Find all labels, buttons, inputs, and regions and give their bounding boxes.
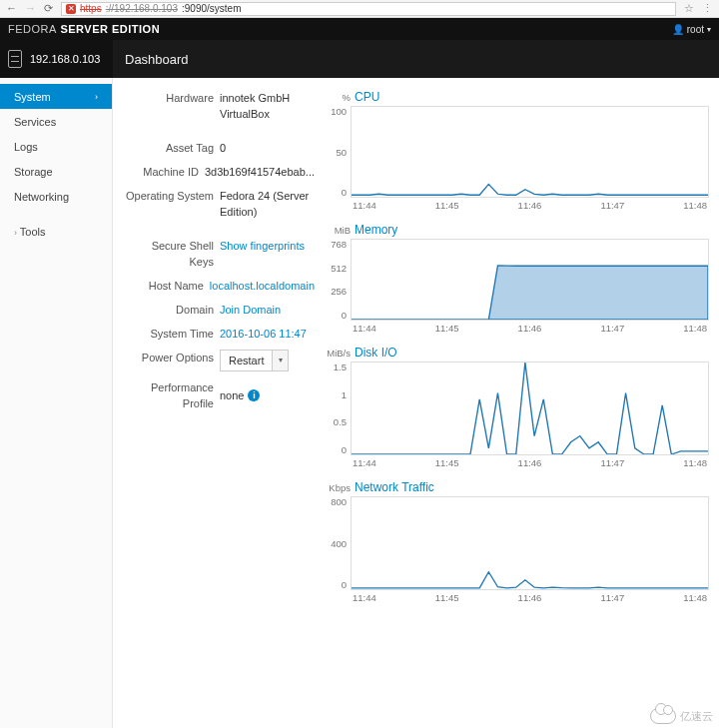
label-domain: Domain [125, 302, 220, 318]
browser-toolbar: ← → ⟳ ✕ https ://192.168.0.103 :9090/sys… [0, 0, 719, 18]
x-axis: 11:4411:4511:4611:4711:48 [351, 457, 709, 468]
brand-server: SERVER EDITION [60, 23, 160, 35]
chart-network-traffic: KbpsNetwork Traffic800400011:4411:4511:4… [319, 480, 709, 603]
sidebar-item-label: Logs [14, 141, 38, 153]
browser-menu-icon[interactable]: ⋮ [702, 2, 713, 15]
insecure-lock-icon: ✕ [66, 4, 76, 14]
chart-unit: Kbps [319, 482, 351, 493]
value-asset-tag: 0 [220, 140, 315, 156]
reload-icon[interactable]: ⟳ [44, 2, 53, 15]
charts-column: %CPU10050011:4411:4511:4611:4711:48MiBMe… [319, 90, 709, 728]
breadcrumb: Dashboard [113, 40, 201, 78]
chart-memory: MiBMemory768512256011:4411:4511:4611:471… [319, 223, 709, 334]
host-ip: 192.168.0.103 [30, 53, 100, 65]
chevron-right-icon: › [95, 92, 98, 102]
link-system-time[interactable]: 2016-10-06 11:47 [220, 326, 315, 342]
label-system-time: System Time [125, 326, 220, 342]
label-hardware: Hardware [125, 90, 220, 122]
sidebar-item-services[interactable]: Services [0, 109, 112, 134]
y-axis: 100500 [319, 106, 351, 198]
sidebar-item-networking[interactable]: Networking [0, 184, 112, 209]
plot-area [351, 239, 709, 321]
user-icon: 👤 [672, 24, 684, 35]
power-dropdown[interactable]: ▾ [273, 350, 289, 371]
user-name: root [687, 24, 704, 35]
host-tab[interactable]: 192.168.0.103 [0, 40, 113, 78]
brand: FEDORA SERVER EDITION [8, 23, 160, 35]
top-bar: FEDORA SERVER EDITION 👤 root ▾ [0, 18, 719, 40]
link-hostname[interactable]: localhost.localdomain [210, 278, 315, 294]
x-axis: 11:4411:4511:4611:4711:48 [351, 592, 709, 603]
sidebar-item-logs[interactable]: Logs [0, 134, 112, 159]
label-machine-id: Machine ID [125, 164, 205, 180]
sidebar-item-label: Storage [14, 166, 53, 178]
x-axis: 11:4411:4511:4611:4711:48 [351, 200, 709, 211]
chevron-down-icon: ▾ [279, 353, 283, 368]
sidebar-item-tools[interactable]: › Tools [0, 219, 112, 244]
label-hostname: Host Name [125, 278, 210, 294]
sidebar-item-label: › Tools [14, 226, 46, 238]
y-axis: 7685122560 [319, 239, 351, 321]
sub-bar: 192.168.0.103 Dashboard [0, 40, 719, 78]
url-bar[interactable]: ✕ https ://192.168.0.103 :9090/system [61, 2, 676, 16]
label-asset-tag: Asset Tag [125, 140, 220, 156]
chart-unit: % [319, 92, 351, 103]
label-power: Power Options [125, 350, 220, 371]
back-icon[interactable]: ← [6, 2, 17, 15]
url-path: :9090/system [182, 3, 241, 14]
restart-button[interactable]: Restart [220, 350, 273, 371]
label-perf-profile: Performance Profile [125, 379, 220, 411]
y-axis: 1.510.50 [319, 362, 351, 455]
url-scheme: https [80, 3, 102, 14]
bookmark-star-icon[interactable]: ☆ [684, 2, 694, 15]
sidebar-item-system[interactable]: System › [0, 84, 112, 109]
y-axis: 8004000 [319, 496, 351, 590]
chart-title[interactable]: Disk I/O [355, 346, 397, 360]
link-join-domain[interactable]: Join Domain [220, 302, 315, 318]
plot-area [351, 496, 709, 590]
server-icon [8, 50, 22, 68]
plot-area [351, 106, 709, 198]
chevron-down-icon: ▾ [707, 25, 711, 34]
chart-title[interactable]: Memory [355, 223, 397, 237]
sidebar-item-storage[interactable]: Storage [0, 159, 112, 184]
brand-fedora: FEDORA [8, 23, 57, 35]
sidebar-item-label: Services [14, 116, 56, 128]
label-ssh-keys: Secure Shell Keys [125, 238, 220, 270]
sidebar: System › Services Logs Storage Networkin… [0, 78, 113, 728]
info-icon[interactable]: i [248, 389, 260, 401]
sidebar-item-label: System [14, 91, 51, 103]
user-menu[interactable]: 👤 root ▾ [672, 24, 711, 35]
sidebar-item-label: Networking [14, 191, 69, 203]
url-host: ://192.168.0.103 [106, 3, 178, 14]
page-title: Dashboard [125, 52, 189, 67]
value-os: Fedora 24 (Server Edition) [220, 188, 315, 220]
chart-title[interactable]: CPU [355, 90, 379, 104]
chart-cpu: %CPU10050011:4411:4511:4611:4711:48 [319, 90, 709, 211]
chart-unit: MiB/s [319, 348, 351, 359]
chart-title[interactable]: Network Traffic [355, 480, 434, 494]
value-perf-profile: none [220, 387, 244, 403]
chart-unit: MiB [319, 225, 351, 236]
x-axis: 11:4411:4511:4611:4711:48 [351, 323, 709, 334]
value-hardware: innotek GmbH VirtualBox [220, 90, 315, 122]
plot-area [351, 362, 709, 455]
value-machine-id: 3d3b169f41574ebab... [205, 164, 315, 180]
chart-disk-i-o: MiB/sDisk I/O1.510.5011:4411:4511:4611:4… [319, 346, 709, 468]
forward-icon[interactable]: → [25, 2, 36, 15]
system-info: Hardware innotek GmbH VirtualBox Asset T… [125, 90, 315, 728]
link-show-fingerprints[interactable]: Show fingerprints [220, 238, 315, 270]
label-os: Operating System [125, 188, 220, 220]
